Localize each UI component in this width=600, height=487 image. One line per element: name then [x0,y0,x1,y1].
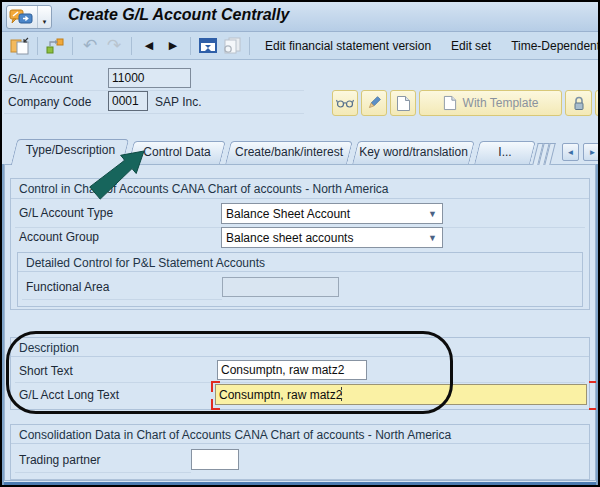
previous-icon[interactable]: ◀ [137,35,161,57]
create-button[interactable] [390,90,416,116]
tab-control-data[interactable]: Control Data [128,141,226,164]
divider [22,299,222,300]
divider [18,271,582,272]
with-template-button[interactable]: With Template [419,90,562,116]
gl-account-type-select[interactable]: Balance Sheet Account ▼ [221,203,443,224]
clipped-button[interactable] [595,90,600,116]
title-bar: ▾ Create G/L Account Centrally [2,2,598,32]
tab-information-truncated[interactable]: I... [474,141,536,164]
pl-detail-group-box: Detailed Control for P&L Statement Accou… [17,252,583,307]
divider [4,90,304,91]
short-text-input[interactable] [217,360,367,380]
system-menu-button[interactable]: ▾ [6,5,52,29]
pencil-icon [366,95,382,111]
assign-icon[interactable] [43,35,67,57]
account-group-label: Account Group [19,230,99,244]
sap-services-icon [7,6,37,28]
application-toolbar: ↶ ↷ ◀ ▶ Edit financial statement version… [2,32,598,60]
sap-window: ▾ Create G/L Account Centrally ↶ ↷ ◀ ▶ [0,0,600,487]
chevron-down-icon: ▼ [428,209,437,219]
company-name-text: SAP Inc. [155,95,201,109]
short-text-label: Short Text [19,364,73,378]
toolbar-divider [72,37,73,55]
with-template-label: With Template [463,96,539,110]
edit-cost-element-icon[interactable] [196,35,220,57]
gl-acct-long-text-label: G/L Acct Long Text [19,388,119,402]
tab-scroll-right-button[interactable]: ► [583,143,600,161]
toolbar-divider [190,37,191,55]
divider [15,472,191,473]
gl-account-label: G/L Account [8,72,73,86]
edit-set-button[interactable]: Edit set [451,39,491,53]
tab-create-bank-interest[interactable]: Create/bank/interest [225,141,353,164]
glasses-icon [336,97,354,109]
tab-scroll-left-button[interactable]: ◄ [562,143,579,161]
control-group-title: Control in Chart of Accounts CANA Chart … [19,182,389,196]
time-dependent-button[interactable]: Time-Dependent [511,39,600,53]
next-icon[interactable]: ▶ [161,35,185,57]
new-document-icon [396,95,411,112]
account-group-select[interactable]: Balance sheet accounts ▼ [221,227,443,248]
company-code-input[interactable] [108,91,148,111]
redo-icon[interactable]: ↷ [102,35,126,57]
other-account-icon[interactable] [8,35,32,57]
window-frame-bottom [2,482,598,485]
tab-key-word-translation[interactable]: Key word/translation [352,141,475,164]
lock-button[interactable] [565,90,592,116]
consolidation-group-title: Consolidation Data in Chart of Accounts … [19,428,451,442]
display-button[interactable] [332,90,358,116]
description-group-box: Description Short Text G/L Acct Long Tex… [10,337,590,410]
chevron-down-icon: ▼ [428,233,437,243]
page-title: Create G/L Account Centrally [68,6,289,24]
divider [15,382,585,383]
gl-account-type-label: G/L Account Type [19,206,113,220]
lock-icon [572,96,586,111]
control-group-box: Control in Chart of Accounts CANA Chart … [10,178,590,310]
text-cursor [341,387,342,401]
company-code-label: Company Code [8,95,91,109]
toolbar-divider [131,37,132,55]
toolbar-divider [249,37,250,55]
divider [11,198,589,199]
template-document-icon [443,95,457,111]
description-group-title: Description [19,341,79,355]
consolidation-group-box: Consolidation Data in Chart of Accounts … [10,424,590,480]
toolbar-divider [37,37,38,55]
tab-type-description[interactable]: Type/Description [11,139,129,165]
divider [4,113,304,114]
gl-account-input[interactable] [108,68,191,88]
functional-area-label: Functional Area [26,280,109,294]
window-frame-right [596,164,598,485]
divider [11,356,589,357]
pl-detail-group-title: Detailed Control for P&L Statement Accou… [26,256,265,270]
window-frame-left [2,164,4,485]
undo-icon[interactable]: ↶ [78,35,102,57]
functional-area-input[interactable] [222,277,339,297]
change-button[interactable] [361,90,387,116]
edit-financial-statement-version-button[interactable]: Edit financial statement version [265,39,431,53]
display-documents-icon[interactable] [220,35,244,57]
divider [11,443,589,444]
trading-partner-input[interactable] [191,449,239,470]
system-menu-dropdown-icon[interactable]: ▾ [37,6,51,28]
trading-partner-label: Trading partner [19,453,101,467]
gl-acct-long-text-input[interactable] [215,384,587,405]
